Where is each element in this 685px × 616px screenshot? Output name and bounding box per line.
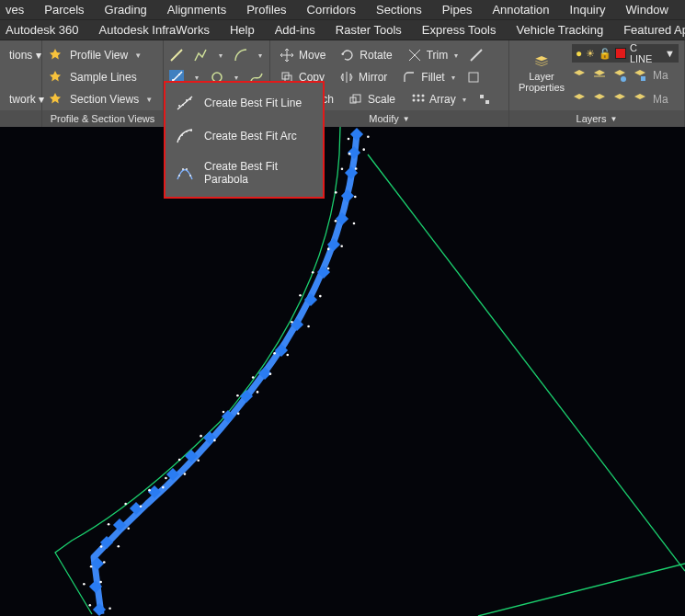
draw-drop2[interactable]: ▾ <box>257 51 265 60</box>
polyline-icon[interactable] <box>193 48 208 63</box>
current-layer-dropdown[interactable]: ● ☀ 🔓 C LINE ▼ <box>572 44 679 63</box>
survey-point <box>367 135 370 138</box>
survey-point <box>319 295 322 298</box>
menu-inquiry[interactable]: Inquiry <box>570 3 606 17</box>
bestfit-parabola-item[interactable]: Create Best Fit Parabola <box>166 153 323 193</box>
menu-parcels[interactable]: Parcels <box>44 3 84 17</box>
layer-tool-8[interactable] <box>633 92 647 107</box>
menu-sections[interactable]: Sections <box>376 3 422 17</box>
rotate-button[interactable]: Rotate <box>337 47 395 63</box>
svg-point-14 <box>422 95 425 97</box>
layer-tool-5[interactable] <box>572 92 587 107</box>
survey-point <box>127 527 130 530</box>
layer-tool-6[interactable] <box>592 92 607 107</box>
survey-point <box>348 153 351 155</box>
survey-point <box>286 354 289 357</box>
grip[interactable] <box>350 128 363 141</box>
move-icon <box>280 48 294 63</box>
bestfit-line-item[interactable]: Create Best Fit Line <box>166 86 323 120</box>
bestfit-arc-item[interactable]: Create Best Fit Arc <box>166 120 323 153</box>
sample-lines-icon <box>48 70 63 85</box>
bestfit-parabola-icon <box>175 164 195 182</box>
menu-vehicle-tracking[interactable]: Vehicle Tracking <box>516 23 603 37</box>
survey-point <box>354 196 357 199</box>
stub-top[interactable]: tions ▾ <box>6 48 45 63</box>
modify-extra-2[interactable] <box>466 70 481 85</box>
modify-extra-3[interactable] <box>477 92 492 107</box>
bestfit-line-label: Create Best Fit Line <box>204 97 302 109</box>
modify-extra-1[interactable] <box>469 48 484 63</box>
mirror-button[interactable]: Mirror <box>336 69 391 86</box>
menu-ves[interactable]: ves <box>6 3 24 17</box>
grip[interactable] <box>93 603 106 616</box>
fillet-button[interactable]: Fillet▾ <box>398 69 458 86</box>
survey-point <box>165 477 167 480</box>
section-views-dropdown[interactable]: Section Views▼ <box>66 92 156 107</box>
menu-window[interactable]: Window <box>626 3 668 17</box>
trim-button[interactable]: Trim▾ <box>404 47 462 63</box>
arc-icon[interactable] <box>234 48 248 63</box>
panel-title-layers[interactable]: Layers▼ <box>509 110 684 127</box>
menu-profiles[interactable]: Profiles <box>246 3 286 17</box>
svg-rect-22 <box>641 76 645 81</box>
scale-button[interactable]: Scale <box>345 91 399 108</box>
menu-alignments[interactable]: Alignments <box>167 3 226 17</box>
lock-icon: 🔓 <box>599 48 611 60</box>
layer-tool-7[interactable] <box>612 92 627 107</box>
model-viewport[interactable] <box>0 127 685 616</box>
sample-lines-button[interactable]: Sample Lines <box>66 70 141 85</box>
draw-drop1[interactable]: ▾ <box>217 51 224 60</box>
bestfit-flyout: Create Best Fit Line Create Best Fit Arc… <box>164 81 325 199</box>
menubar-row1: vesParcelsGradingAlignmentsProfilesCorri… <box>0 0 685 20</box>
svg-point-3 <box>178 74 180 75</box>
trim-icon <box>407 48 422 63</box>
array-button[interactable]: Array▾ <box>406 91 470 108</box>
layer-properties-button[interactable]: Layer Properties <box>515 44 568 103</box>
survey-point <box>327 248 330 251</box>
fillet-icon <box>402 70 417 85</box>
survey-point <box>362 148 365 151</box>
menu-autodesk-infraworks[interactable]: Autodesk InfraWorks <box>99 23 210 37</box>
survey-point <box>148 489 151 492</box>
menu-grading[interactable]: Grading <box>105 3 147 17</box>
layer-tool-4[interactable] <box>633 68 647 83</box>
layer-tool-1[interactable] <box>572 68 587 83</box>
bestfit-arc-icon <box>175 127 195 145</box>
layer-tool-2[interactable] <box>592 68 607 83</box>
section-views-icon <box>48 92 63 107</box>
svg-point-33 <box>182 168 184 170</box>
array-icon <box>410 92 425 107</box>
survey-point <box>299 294 302 297</box>
survey-point <box>140 505 143 508</box>
layer-tool-3[interactable] <box>612 68 627 83</box>
survey-point <box>178 459 181 462</box>
survey-point <box>291 321 293 324</box>
survey-point <box>213 439 216 442</box>
survey-point <box>257 391 259 394</box>
menu-annotation[interactable]: Annotation <box>492 3 549 17</box>
move-button[interactable]: Move <box>276 47 329 63</box>
menu-help[interactable]: Help <box>230 23 255 37</box>
panel-title-profile: Profile & Section Views <box>42 110 163 127</box>
menu-express-tools[interactable]: Express Tools <box>422 23 497 37</box>
survey-point <box>236 394 239 397</box>
svg-point-31 <box>190 130 192 131</box>
svg-point-15 <box>413 99 416 102</box>
menu-add-ins[interactable]: Add-ins <box>275 23 315 37</box>
svg-rect-11 <box>353 95 360 102</box>
survey-point <box>197 459 200 462</box>
menu-autodesk-360[interactable]: Autodesk 360 <box>6 23 79 37</box>
survey-point <box>89 604 92 607</box>
survey-point <box>108 607 111 610</box>
svg-point-21 <box>621 76 626 82</box>
profile-view-dropdown[interactable]: Profile View▼ <box>66 48 145 63</box>
svg-point-17 <box>422 99 425 102</box>
menu-featured-apps[interactable]: Featured Apps <box>623 23 685 37</box>
menu-raster-tools[interactable]: Raster Tools <box>336 23 402 37</box>
svg-point-30 <box>186 131 188 132</box>
menu-pipes[interactable]: Pipes <box>442 3 473 17</box>
menu-corridors[interactable]: Corridors <box>307 3 356 17</box>
bulb-icon: ● <box>576 47 582 60</box>
line-icon[interactable] <box>169 48 184 63</box>
svg-point-26 <box>186 99 188 101</box>
